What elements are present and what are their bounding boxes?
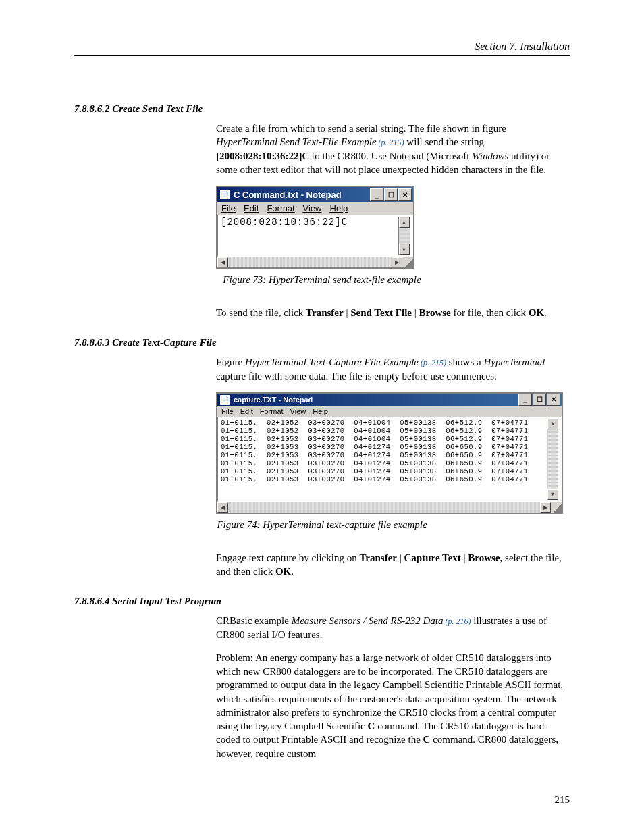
text-bold: Transfer <box>359 552 397 563</box>
resize-grip-icon[interactable] <box>402 257 413 267</box>
capture-data-text: 01+0115. 02+1052 03+00270 04+01004 05+00… <box>221 419 547 500</box>
section-heading: 7.8.8.6.4 Serial Input Test Program <box>74 596 570 607</box>
notepad-window: 📄 C Command.txt - Notepad _ ☐ ✕ File Edi… <box>216 186 414 269</box>
text: shows a <box>446 357 483 367</box>
page: Section 7. Installation 7.8.8.6.2 Create… <box>0 0 644 833</box>
text-bold: C <box>368 721 375 731</box>
menu-edit[interactable]: Edit <box>244 203 259 213</box>
body-paragraph: CRBasic example Measure Sensors / Send R… <box>216 614 570 642</box>
maximize-button[interactable]: ☐ <box>384 188 398 201</box>
window-buttons: _ ☐ ✕ <box>370 188 412 201</box>
text: Problem: An energy company has a large n… <box>216 652 563 731</box>
titlebar: 📄 capture.TXT - Notepad _ ☐ ✕ <box>217 394 562 406</box>
text-italic: Windows <box>472 151 508 161</box>
page-ref-link[interactable]: (p. 216) <box>444 617 471 626</box>
text-bold: Browse <box>419 307 451 318</box>
menu-format[interactable]: Format <box>267 203 294 213</box>
menu-edit[interactable]: Edit <box>240 407 253 415</box>
text-bold: C <box>423 734 431 745</box>
minimize-button[interactable]: _ <box>518 394 532 406</box>
vertical-scrollbar[interactable]: ▲ ▼ <box>547 419 558 500</box>
text: to the CR800. Use Notepad (Microsoft <box>309 151 472 161</box>
text: for file, then click <box>451 307 529 318</box>
text-bold: Send Text File <box>350 307 412 318</box>
menu-format[interactable]: Format <box>260 407 284 415</box>
resize-grip-icon[interactable] <box>551 502 562 513</box>
text-italic: Measure Sensors / Send RS-232 Data <box>292 615 444 626</box>
text: CRBasic example <box>216 615 292 626</box>
page-number: 215 <box>74 794 570 806</box>
scroll-down-icon[interactable]: ▼ <box>399 244 410 255</box>
scroll-left-icon[interactable]: ◀ <box>217 502 228 513</box>
text-bold: [2008:028:10:36:22]C <box>216 151 309 161</box>
menubar: File Edit Format View Help <box>217 406 562 417</box>
horizontal-scrollbar[interactable]: ◀ ▶ <box>217 502 551 513</box>
text-bold: OK <box>529 307 544 318</box>
text-italic: HyperTerminal <box>483 357 545 367</box>
menu-file[interactable]: File <box>221 407 234 415</box>
text: will send the string <box>404 136 484 147</box>
body-paragraph: Create a file from which to send a seria… <box>216 122 570 176</box>
page-ref-link[interactable]: (p. 215) <box>377 138 404 147</box>
scroll-right-icon[interactable]: ▶ <box>392 257 402 267</box>
body-paragraph: To send the file, click Transfer | Send … <box>216 306 570 319</box>
section-heading: 7.8.8.6.3 Create Text-Capture File <box>74 337 570 348</box>
text: | <box>344 307 351 318</box>
body-paragraph: Figure HyperTerminal Text-Capture File E… <box>216 355 570 383</box>
text: Figure <box>216 357 245 367</box>
scroll-left-icon[interactable]: ◀ <box>217 257 228 267</box>
close-button[interactable]: ✕ <box>547 394 560 406</box>
window-title: capture.TXT - Notepad <box>234 396 313 404</box>
header-text: Section 7. Installation <box>74 41 570 53</box>
app-icon: 📄 <box>220 190 230 199</box>
text-bold: Browse <box>468 552 500 563</box>
text: Engage text capture by clicking on <box>216 552 359 563</box>
text: | <box>412 307 419 318</box>
text: Create a file from which to send a seria… <box>216 123 506 134</box>
notepad-text: [2008:028:10:36:22]C <box>221 217 398 255</box>
page-ref-link[interactable]: (p. 215) <box>419 358 446 367</box>
app-icon: 📄 <box>220 395 230 405</box>
menu-file[interactable]: File <box>221 203 236 213</box>
titlebar: 📄 C Command.txt - Notepad _ ☐ ✕ <box>217 187 413 202</box>
section-heading: 7.8.8.6.2 Create Send Text File <box>74 103 570 115</box>
body-paragraph: Problem: An energy company has a large n… <box>216 651 570 760</box>
notepad-window-large: 📄 capture.TXT - Notepad _ ☐ ✕ File Edit … <box>216 392 563 514</box>
figure-caption: Figure 73: HyperTerminal send text-file … <box>74 274 570 286</box>
menubar: File Edit Format View Help <box>217 202 413 215</box>
scroll-up-icon[interactable]: ▲ <box>547 419 558 429</box>
text: To send the file, click <box>216 307 306 318</box>
text: | <box>461 552 468 563</box>
notepad-body[interactable]: 01+0115. 02+1052 03+00270 04+01004 05+00… <box>217 417 562 502</box>
bottom-bar: ◀ ▶ <box>217 257 413 267</box>
notepad-body[interactable]: [2008:028:10:36:22]C ▲ ▼ <box>217 215 413 257</box>
text-bold: OK <box>275 566 291 577</box>
bottom-bar: ◀ ▶ <box>217 502 562 513</box>
scroll-down-icon[interactable]: ▼ <box>547 489 558 500</box>
scroll-right-icon[interactable]: ▶ <box>540 502 551 513</box>
scroll-up-icon[interactable]: ▲ <box>399 217 410 228</box>
text-italic: HyperTerminal Send Text-File Example <box>216 136 377 147</box>
text-bold: Capture Text <box>404 552 461 563</box>
window-buttons: _ ☐ ✕ <box>518 394 560 406</box>
horizontal-scrollbar[interactable]: ◀ ▶ <box>217 257 402 267</box>
menu-help[interactable]: Help <box>330 203 348 213</box>
page-header: Section 7. Installation <box>74 41 570 56</box>
menu-view[interactable]: View <box>303 203 322 213</box>
minimize-button[interactable]: _ <box>370 188 383 201</box>
text: . <box>291 566 294 577</box>
text: | <box>397 552 404 563</box>
menu-help[interactable]: Help <box>313 407 328 415</box>
text-italic: HyperTerminal Text-Capture File Example <box>245 357 419 367</box>
window-title: C Command.txt - Notepad <box>234 190 342 200</box>
text: . <box>544 307 547 318</box>
figure-caption: Figure 74: HyperTerminal text-capture fi… <box>74 519 570 531</box>
text-bold: Transfer <box>306 307 344 318</box>
maximize-button[interactable]: ☐ <box>533 394 546 406</box>
text: capture file with some data. The file is… <box>216 371 497 382</box>
vertical-scrollbar[interactable]: ▲ ▼ <box>398 217 410 255</box>
close-button[interactable]: ✕ <box>398 188 412 201</box>
body-paragraph: Engage text capture by clicking on Trans… <box>216 551 570 579</box>
menu-view[interactable]: View <box>290 407 306 415</box>
